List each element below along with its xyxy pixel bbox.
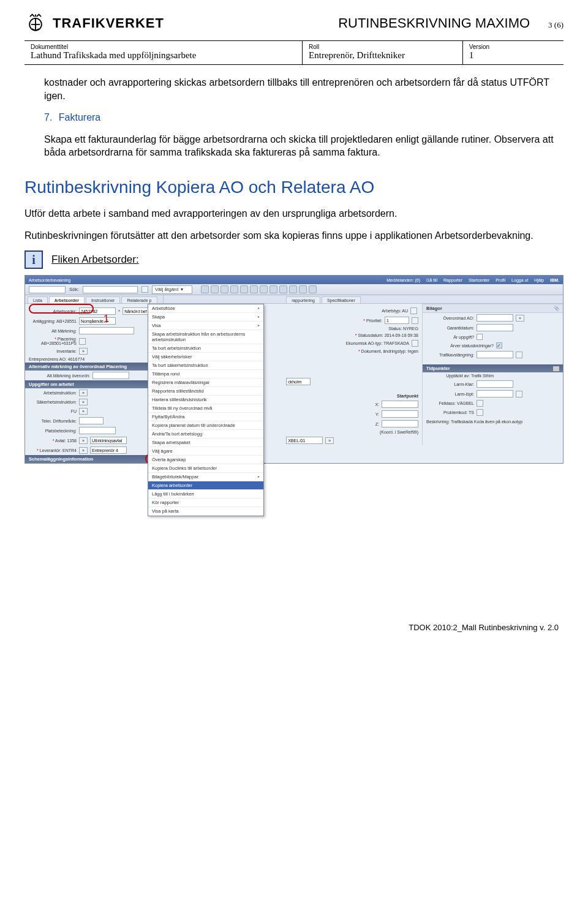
menu-item[interactable]: Kör rapporter <box>148 499 263 507</box>
menu-item[interactable]: Ta bort arbetsinstruktion <box>148 344 263 353</box>
toolbar-icon[interactable] <box>289 285 297 293</box>
field-label: Felklass: VÄGBEL <box>426 401 474 405</box>
detail-button[interactable]: » <box>325 437 334 444</box>
toolbar-dropdown[interactable] <box>29 286 66 293</box>
toolbar-icon[interactable] <box>250 285 258 293</box>
menu-item[interactable]: Skapa <box>148 313 263 322</box>
menu-item[interactable]: Kopiera arbetsorder <box>148 481 263 490</box>
arbetsorder-input[interactable] <box>79 307 116 315</box>
action-select[interactable]: Välj åtgärd▾ <box>152 285 192 294</box>
menu-item[interactable]: Hantera stilleståndshistorik <box>148 396 263 404</box>
tab-lista[interactable]: Lista <box>28 296 48 303</box>
app-toolbar: Sök: Välj åtgärd▾ <box>25 284 563 295</box>
menu-item[interactable]: Tilldela till ny överordnad nivå <box>148 404 263 413</box>
overordnad-input[interactable] <box>477 314 513 322</box>
meta-table: Dokumenttitel Lathund Trafikskada med up… <box>24 40 564 65</box>
menu-item[interactable]: Skapa arbetsinstruktion från en arbetsor… <box>148 330 263 344</box>
toolbar-icon[interactable] <box>221 285 228 293</box>
avtal-desc[interactable] <box>90 437 127 444</box>
toolbar-icon[interactable] <box>279 285 287 293</box>
attachment-icon[interactable]: 📎 <box>554 306 559 311</box>
meta-label: Dokumenttitel <box>31 43 296 50</box>
detail-button[interactable]: » <box>79 399 88 405</box>
tab-relaterade[interactable]: Relaterade p <box>121 296 157 303</box>
search-icon[interactable] <box>477 409 483 416</box>
detail-button[interactable]: » <box>516 315 524 322</box>
ckholm-input[interactable] <box>286 378 311 385</box>
trafikav-input[interactable] <box>477 351 513 358</box>
detail-button[interactable]: » <box>79 390 88 396</box>
z-input[interactable] <box>382 420 418 427</box>
search-icon[interactable] <box>141 286 148 293</box>
detail-button[interactable]: » <box>79 408 88 415</box>
meta-value: 1 <box>469 50 557 61</box>
toolbar-icon[interactable] <box>230 285 238 293</box>
prioritet-input[interactable] <box>385 317 409 324</box>
search-icon[interactable] <box>412 317 418 324</box>
topbar-link[interactable]: Profil <box>496 278 505 282</box>
toolbar-icon[interactable] <box>309 285 317 293</box>
search-icon[interactable] <box>412 340 418 347</box>
search-icon[interactable] <box>516 352 522 358</box>
menu-item[interactable]: Välj säkerhetsrisker <box>148 353 263 361</box>
tab-instruktioner[interactable]: Instruktioner <box>86 296 121 303</box>
calendar-icon[interactable] <box>516 391 522 397</box>
toolbar-icon[interactable] <box>201 285 209 293</box>
menu-item[interactable]: Registrera mätaravläsningar <box>148 378 263 387</box>
larmlopt-input[interactable] <box>477 390 513 397</box>
menu-item[interactable]: Ta bort säkerhetsinstruktion <box>148 361 263 370</box>
topbar-link[interactable]: Hjälp <box>534 278 544 282</box>
topbar-link[interactable]: Rapporter <box>443 278 462 282</box>
menu-item[interactable]: Ändra/Ta bort arbetslogg <box>148 430 263 439</box>
topbar-link[interactable]: Startcenter <box>469 278 489 282</box>
menu-item[interactable]: Kopiera planerat datum till underordnade <box>148 421 263 430</box>
toolbar-icon[interactable] <box>211 285 219 293</box>
search-input[interactable] <box>83 286 138 293</box>
toolbar-icon[interactable] <box>270 285 277 293</box>
garanti-input[interactable] <box>477 324 513 331</box>
checkbox[interactable]: ✓ <box>496 342 502 348</box>
checkbox[interactable] <box>477 334 483 340</box>
detail-button[interactable]: » <box>79 447 88 454</box>
markning-input[interactable] <box>79 327 134 334</box>
topbar-link[interactable]: Logga ut <box>511 278 528 282</box>
toolbar-icon[interactable] <box>260 285 268 293</box>
menu-item[interactable]: Flytta/Byt/Ändra <box>148 413 263 421</box>
topbar-messages[interactable]: Meddelanden: (0) <box>386 278 420 282</box>
step-line: 7. Fakturera <box>44 111 564 124</box>
menu-item[interactable]: Kopiera Doclinks till arbetsorder <box>148 464 263 473</box>
toolbar-icon[interactable] <box>299 285 307 293</box>
detail-button[interactable]: » <box>79 437 88 444</box>
topbar-link[interactable]: Gå till <box>426 278 437 282</box>
search-icon[interactable] <box>79 338 86 345</box>
menu-item[interactable]: Välj ägare <box>148 447 263 456</box>
driftomr-input[interactable] <box>79 417 104 424</box>
collapse-icon[interactable] <box>553 366 559 371</box>
y-input[interactable] <box>382 410 418 418</box>
menu-item[interactable]: Rapportera stilleståndstid <box>148 387 263 396</box>
toolbar-icon[interactable] <box>240 285 248 293</box>
x-input[interactable] <box>382 401 418 408</box>
menu-item[interactable]: Bilagebibliotek/Mappar <box>148 473 263 481</box>
leverantor-desc[interactable] <box>90 446 127 454</box>
tab-rapportering[interactable]: rapportering <box>286 296 320 303</box>
search-icon[interactable] <box>410 307 417 314</box>
menu-item[interactable]: Tillämpa rond <box>148 370 263 378</box>
menu-item[interactable]: Arbetsflöde <box>148 304 263 313</box>
menu-item[interactable]: Visa på karta <box>148 507 263 516</box>
search-icon[interactable] <box>477 400 483 407</box>
xbel-input[interactable] <box>286 437 323 444</box>
menu-item[interactable]: Lägg till i bokmärken <box>148 490 263 499</box>
menu-item[interactable]: Visa <box>148 322 263 330</box>
field-label: Alt Märkning: <box>29 329 77 333</box>
menu-item[interactable]: Överta ägarskap <box>148 456 263 464</box>
alt-overordn-input[interactable] <box>92 372 129 379</box>
anlaggning-desc[interactable] <box>79 317 116 325</box>
larm-input[interactable] <box>477 380 513 388</box>
paragraph: Rutinbeskrivningen förutsätter att den a… <box>24 229 564 243</box>
menu-item[interactable]: Skapa arbetspaket <box>148 439 263 447</box>
tab-arbetsorder[interactable]: Arbetsorder <box>49 296 85 303</box>
tab-specifikationer[interactable]: Specifikationer <box>322 296 361 303</box>
plats-input[interactable] <box>79 427 116 434</box>
detail-button[interactable]: » <box>79 348 88 355</box>
